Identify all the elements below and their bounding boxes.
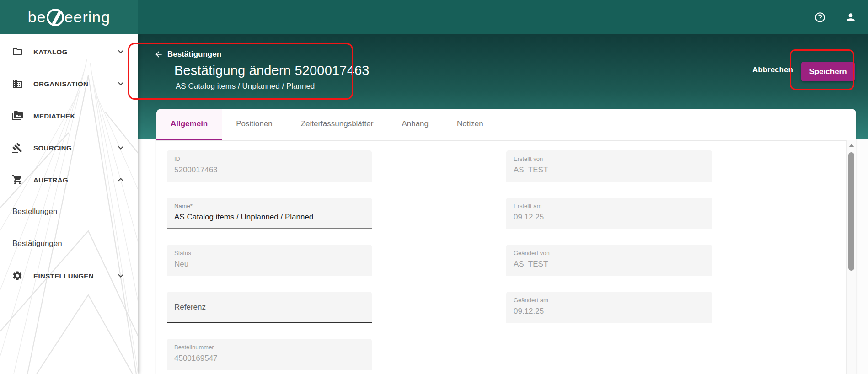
logo-n-icon — [47, 9, 64, 26]
id-field: ID 5200017463 — [167, 150, 372, 182]
building-icon — [12, 78, 23, 89]
field-value: 5200017463 — [174, 166, 364, 175]
field-label: Erstellt am — [514, 203, 705, 209]
chevron-up-icon — [116, 175, 125, 184]
field-value: 09.12.25 — [514, 307, 705, 316]
field-label: ID — [174, 155, 364, 162]
sidebar-nav: KATALOG ORGANISATION MEDIATHEK SOU — [0, 34, 138, 374]
field-value: AS TEST — [514, 166, 705, 175]
status-field: Status Neu — [167, 245, 372, 276]
top-app-bar: beeering — [0, 0, 868, 34]
sidebar-subitem-label: Bestellungen — [12, 207, 57, 216]
referenz-field[interactable]: Referenz — [167, 292, 372, 323]
back-link-label: Bestätigungen — [167, 50, 221, 59]
geaendert-am-field: Geändert am 09.12.25 — [506, 292, 712, 323]
field-label: Geändert von — [514, 250, 705, 256]
erstellt-am-field: Erstellt am 09.12.25 — [506, 198, 712, 229]
sidebar-item-label: EINSTELLUNGEN — [33, 272, 94, 280]
sidebar-item-label: AUFTRAG — [33, 176, 68, 184]
help-icon[interactable] — [814, 11, 826, 23]
sidebar-item-label: ORGANISATION — [33, 80, 88, 88]
field-value: AS TEST — [514, 260, 705, 269]
sidebar-item-label: SOURCING — [33, 144, 72, 152]
logo-text-left: be — [28, 8, 46, 26]
page-background-strip — [856, 139, 868, 374]
sidebar-item-sourcing[interactable]: SOURCING — [0, 132, 138, 164]
bestellnummer-field: Bestellnummer 4500169547 — [167, 339, 372, 370]
tab-anhang[interactable]: Anhang — [387, 109, 443, 140]
user-icon[interactable] — [845, 11, 857, 23]
field-value: 09.12.25 — [514, 213, 705, 222]
form-column-left: ID 5200017463 Name* AS Catalog items / U… — [167, 150, 372, 374]
sidebar-item-mediathek[interactable]: MEDIATHEK — [0, 100, 138, 132]
cart-icon — [12, 174, 23, 185]
page-subtitle: AS Catalog items / Unplanned / Planned — [176, 82, 315, 91]
scrollbar-thumb[interactable] — [848, 152, 854, 271]
scroll-up-arrow-icon[interactable] — [849, 144, 854, 147]
sidebar-item-bestellungen[interactable]: Bestellungen — [0, 196, 138, 228]
tab-positionen[interactable]: Positionen — [222, 109, 286, 140]
form-column-right: Erstellt von AS TEST Erstellt am 09.12.2… — [506, 150, 712, 339]
sidebar-item-label: KATALOG — [33, 48, 68, 56]
cancel-button[interactable]: Abbrechen — [752, 65, 793, 75]
page-title: Bestätigung ändern 5200017463 — [174, 63, 370, 78]
detail-card: Allgemein Positionen Zeiterfassungsblätt… — [156, 109, 856, 374]
field-value: 4500169547 — [174, 354, 364, 363]
sidebar-item-organisation[interactable]: ORGANISATION — [0, 68, 138, 100]
field-label: Bestellnummer — [174, 344, 364, 351]
media-icon — [12, 110, 23, 121]
name-field[interactable]: Name* AS Catalog items / Unplanned / Pla… — [167, 198, 372, 229]
tab-notizen[interactable]: Notizen — [443, 109, 498, 140]
sidebar-item-katalog[interactable]: KATALOG — [0, 36, 138, 68]
tab-allgemein[interactable]: Allgemein — [156, 109, 222, 140]
vertical-scrollbar[interactable] — [846, 140, 856, 374]
gavel-icon — [12, 142, 23, 153]
field-value: AS Catalog items / Unplanned / Planned — [174, 213, 364, 222]
tab-bar: Allgemein Positionen Zeiterfassungsblätt… — [156, 109, 856, 141]
field-value: Neu — [174, 260, 364, 269]
geaendert-von-field: Geändert von AS TEST — [506, 245, 712, 276]
tab-zeiterfassungsblaetter[interactable]: Zeiterfassungsblätter — [287, 109, 388, 140]
sidebar-subitem-label: Bestätigungen — [12, 239, 62, 248]
chevron-down-icon — [116, 143, 125, 152]
erstellt-von-field: Erstellt von AS TEST — [506, 150, 712, 182]
folder-icon — [12, 46, 23, 57]
field-label: Erstellt von — [514, 155, 705, 162]
sidebar-item-auftrag[interactable]: AUFTRAG — [0, 164, 138, 196]
app-logo[interactable]: beeering — [0, 0, 138, 34]
chevron-down-icon — [116, 79, 125, 88]
field-label: Status — [174, 250, 364, 256]
field-label: Geändert am — [514, 297, 705, 304]
sidebar-item-bestaetigungen[interactable]: Bestätigungen — [0, 228, 138, 260]
chevron-down-icon — [116, 271, 125, 280]
logo-text-right: eering — [64, 8, 111, 26]
field-label: Name* — [174, 203, 364, 209]
sidebar-item-einstellungen[interactable]: EINSTELLUNGEN — [0, 260, 138, 292]
back-link[interactable]: Bestätigungen — [154, 50, 221, 59]
chevron-down-icon — [116, 47, 125, 56]
field-label: Referenz — [174, 304, 206, 310]
save-button[interactable]: Speichern — [801, 62, 855, 81]
gear-icon — [12, 270, 23, 281]
back-arrow-icon — [154, 50, 163, 59]
sidebar-item-label: MEDIATHEK — [33, 112, 75, 120]
